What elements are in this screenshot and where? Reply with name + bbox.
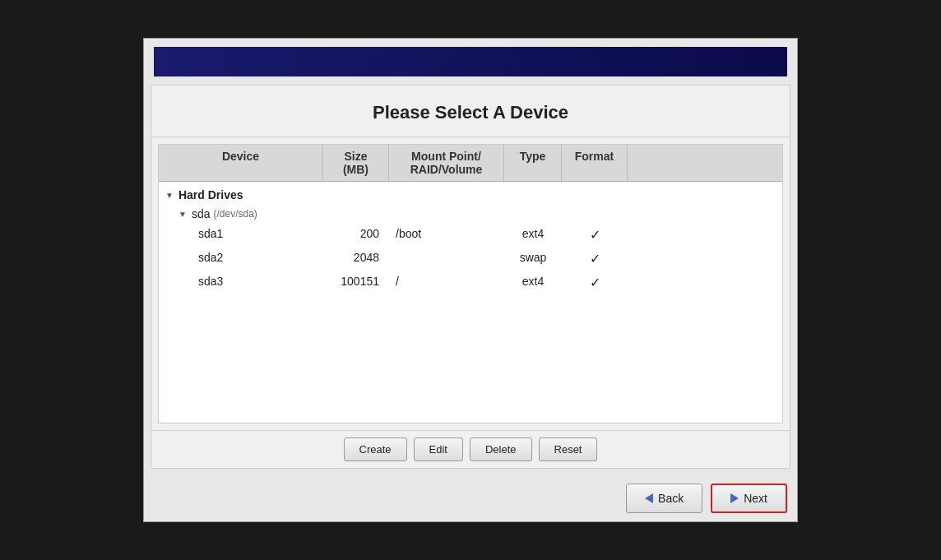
partition-extra-sda2 xyxy=(628,248,782,269)
partition-type-sda2: swap xyxy=(504,248,562,269)
page-title-area: Please Select A Device xyxy=(151,86,790,137)
partition-size-sda2: 2048 xyxy=(323,248,389,269)
table-row[interactable]: sda1 200 /boot ext4 ✓ xyxy=(159,223,782,247)
partition-type-sda3: ext4 xyxy=(504,272,562,293)
device-sda[interactable]: ▼ sda (/dev/sda) xyxy=(159,205,782,223)
navigation-bar: Back Next xyxy=(144,475,797,521)
partition-type-sda1: ext4 xyxy=(504,224,562,245)
partition-mount-sda2 xyxy=(389,248,504,269)
back-button[interactable]: Back xyxy=(626,484,702,513)
main-panel: Please Select A Device Device Size(MB) M… xyxy=(151,85,790,469)
action-bar: Create Edit Delete Reset xyxy=(151,430,790,468)
next-button[interactable]: Next xyxy=(711,484,787,513)
table-row[interactable]: sda3 100151 / ext4 ✓ xyxy=(159,271,782,294)
col-device: Device xyxy=(159,145,323,181)
next-arrow-icon xyxy=(730,493,739,503)
top-banner xyxy=(154,47,787,76)
group-label: Hard Drives xyxy=(178,188,243,201)
partition-name-sda2: sda2 xyxy=(159,248,323,269)
group-hard-drives[interactable]: ▼ Hard Drives xyxy=(159,185,782,205)
sda-name: sda xyxy=(192,207,211,220)
table-header: Device Size(MB) Mount Point/RAID/Volume … xyxy=(159,145,782,182)
col-format: Format xyxy=(562,145,628,181)
back-label: Back xyxy=(658,492,684,505)
delete-button[interactable]: Delete xyxy=(470,437,532,461)
partition-extra-sda3 xyxy=(628,272,782,293)
table-body: ▼ Hard Drives ▼ sda (/dev/sda) sda1 200 … xyxy=(159,182,782,298)
expand-icon: ▼ xyxy=(165,191,174,200)
table-row[interactable]: sda2 2048 swap ✓ xyxy=(159,247,782,271)
back-arrow-icon xyxy=(645,493,653,503)
partition-mount-sda3: / xyxy=(389,272,504,293)
partition-mount-sda1: /boot xyxy=(389,224,504,245)
reset-button[interactable]: Reset xyxy=(539,437,598,461)
col-size: Size(MB) xyxy=(323,145,389,181)
partition-extra-sda1 xyxy=(628,224,782,245)
sda-path: (/dev/sda) xyxy=(213,208,257,220)
partition-table: Device Size(MB) Mount Point/RAID/Volume … xyxy=(158,144,783,423)
partition-size-sda1: 200 xyxy=(323,224,389,245)
page-title: Please Select A Device xyxy=(165,102,776,123)
edit-button[interactable]: Edit xyxy=(414,437,463,461)
col-mount: Mount Point/RAID/Volume xyxy=(389,145,504,181)
col-extra xyxy=(628,145,782,181)
partition-name-sda1: sda1 xyxy=(159,224,323,245)
partition-format-sda3: ✓ xyxy=(562,272,628,293)
partition-name-sda3: sda3 xyxy=(159,272,323,293)
partition-format-sda2: ✓ xyxy=(562,248,628,269)
sda-expand-icon: ▼ xyxy=(178,210,187,219)
main-window: Please Select A Device Device Size(MB) M… xyxy=(143,38,798,522)
col-type: Type xyxy=(504,145,562,181)
partition-format-sda1: ✓ xyxy=(562,224,628,245)
partition-size-sda3: 100151 xyxy=(323,272,389,293)
next-label: Next xyxy=(744,492,767,505)
create-button[interactable]: Create xyxy=(344,437,407,461)
